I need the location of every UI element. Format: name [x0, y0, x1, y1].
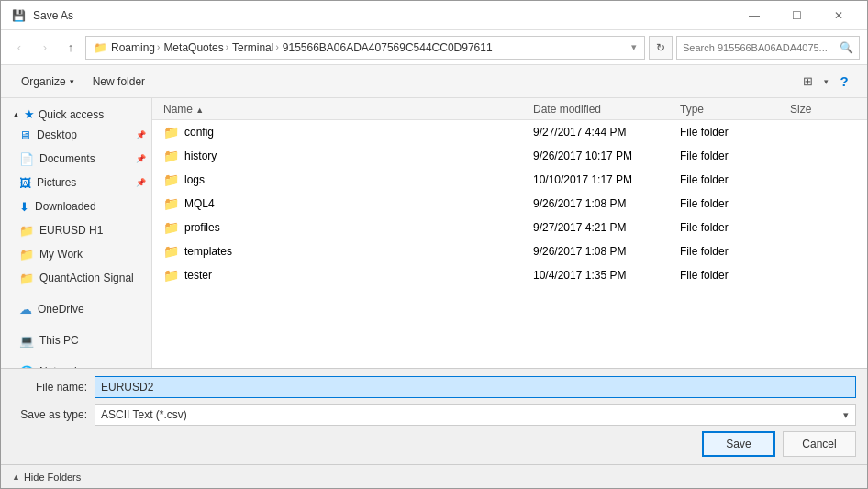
back-button[interactable]: ‹: [8, 37, 30, 59]
title-bar-left: 💾 Save As: [12, 9, 73, 22]
sort-arrow: ▲: [195, 106, 204, 115]
path-dropdown-icon[interactable]: ▾: [631, 41, 637, 53]
toolbar: Organize ▾ New folder ⊞ ▾ ?: [1, 65, 867, 98]
save-as-dialog: 💾 Save As — ☐ ✕ ‹ › ↑ 📁 Roaming › MetaQu…: [0, 0, 868, 489]
filename-input[interactable]: [95, 376, 856, 398]
help-button[interactable]: ?: [832, 70, 856, 94]
sidebar-item-label: Network: [39, 365, 80, 368]
sidebar-item-documents[interactable]: 📄 Documents 📌: [1, 147, 151, 171]
organize-button[interactable]: Organize ▾: [12, 69, 83, 94]
folder-icon: 📁: [163, 268, 179, 283]
onedrive-icon: ☁: [19, 302, 32, 317]
file-date: 9/26/2017 1:08 PM: [533, 197, 680, 210]
title-bar-controls: — ☐ ✕: [733, 1, 860, 30]
sidebar-item-label: EURUSD H1: [39, 224, 103, 237]
search-icon: 🔍: [840, 41, 853, 54]
address-path[interactable]: 📁 Roaming › MetaQuotes › Terminal › 9155…: [85, 36, 645, 60]
close-button[interactable]: ✕: [818, 1, 860, 30]
col-type-header[interactable]: Type: [680, 103, 790, 116]
hide-folders-toggle[interactable]: ▲ Hide Folders: [12, 472, 81, 483]
sidebar-item-desktop[interactable]: 🖥 Desktop 📌: [1, 123, 151, 147]
savetype-label: Save as type:: [12, 408, 95, 421]
sidebar-item-quantaction[interactable]: 📁 QuantAction Signal: [1, 266, 151, 290]
sidebar-item-thispc[interactable]: 💻 This PC: [1, 328, 151, 352]
savetype-row: Save as type: ASCII Text (*.csv): [12, 404, 856, 426]
star-icon: ★: [24, 107, 35, 121]
quick-access-label: Quick access: [39, 108, 104, 121]
sidebar-item-label: Downloaded: [35, 200, 96, 213]
file-list-header: Name ▲ Date modified Type Size: [152, 98, 867, 120]
sidebar-item-eurusd[interactable]: 📁 EURUSD H1: [1, 218, 151, 242]
file-type: File folder: [680, 126, 790, 139]
sidebar-item-label: Desktop: [37, 128, 77, 141]
save-button[interactable]: Save: [702, 431, 775, 457]
download-icon: ⬇: [19, 200, 29, 214]
table-row[interactable]: 📁 tester 10/4/2017 1:35 PM File folder: [152, 263, 867, 287]
forward-button[interactable]: ›: [34, 37, 56, 59]
window-title: Save As: [33, 9, 73, 22]
folder-icon: 📁: [163, 172, 179, 187]
file-type: File folder: [680, 245, 790, 258]
table-row[interactable]: 📁 MQL4 9/26/2017 1:08 PM File folder: [152, 192, 867, 216]
sidebar-item-label: This PC: [39, 334, 79, 347]
folder-icon: 📁: [163, 196, 179, 211]
refresh-button[interactable]: ↻: [649, 36, 673, 60]
minimize-button[interactable]: —: [733, 1, 775, 30]
sidebar-item-downloaded[interactable]: ⬇ Downloaded: [1, 194, 151, 218]
up-button[interactable]: ↑: [60, 37, 82, 59]
file-type: File folder: [680, 221, 790, 234]
pictures-icon: 🖼: [19, 176, 31, 190]
cancel-button[interactable]: Cancel: [783, 431, 856, 457]
filename-label: File name:: [12, 381, 95, 394]
sidebar-item-mywork[interactable]: 📁 My Work: [1, 242, 151, 266]
file-name: config: [184, 126, 214, 139]
organize-label: Organize: [21, 75, 66, 88]
file-date: 9/26/2017 10:17 PM: [533, 150, 680, 162]
view-dropdown-icon: ▾: [824, 77, 829, 86]
new-folder-label: New folder: [93, 75, 145, 88]
file-type: File folder: [680, 173, 790, 186]
folder-icon: 📁: [163, 220, 179, 235]
table-row[interactable]: 📁 profiles 9/27/2017 4:21 PM File folder: [152, 216, 867, 239]
triangle-icon: ▲: [12, 472, 20, 482]
quick-access-section[interactable]: ▲ ★ Quick access: [1, 102, 151, 123]
path-metaquotes: MetaQuotes ›: [163, 41, 228, 54]
file-name: logs: [184, 173, 205, 186]
col-date-header[interactable]: Date modified: [533, 103, 680, 116]
folder-icon: 📁: [163, 244, 179, 259]
folder-icon: 📁: [19, 272, 34, 285]
path-roaming: Roaming ›: [111, 41, 160, 54]
search-box: 🔍: [676, 36, 860, 60]
col-size-header[interactable]: Size: [790, 103, 863, 116]
savetype-select[interactable]: ASCII Text (*.csv): [95, 404, 856, 426]
sidebar-item-onedrive[interactable]: ☁ OneDrive: [1, 297, 151, 321]
table-row[interactable]: 📁 logs 10/10/2017 1:17 PM File folder: [152, 168, 867, 192]
status-bar: ▲ Hide Folders: [1, 464, 867, 488]
table-row[interactable]: 📁 history 9/26/2017 10:17 PM File folder: [152, 144, 867, 168]
file-type: File folder: [680, 150, 790, 162]
pin-icon: 📌: [136, 130, 146, 139]
pin-icon: 📌: [136, 154, 146, 163]
file-name: tester: [184, 269, 212, 282]
sidebar-item-network[interactable]: 🌐 Network: [1, 360, 151, 368]
file-name: history: [184, 150, 217, 162]
file-name: templates: [184, 245, 232, 258]
filename-row: File name:: [12, 376, 856, 398]
main-content: ▲ ★ Quick access 🖥 Desktop 📌 📄 Documents…: [1, 98, 867, 368]
sidebar-item-pictures[interactable]: 🖼 Pictures 📌: [1, 171, 151, 194]
window-icon: 💾: [12, 9, 26, 22]
file-type: File folder: [680, 269, 790, 282]
computer-icon: 💻: [19, 334, 34, 348]
toolbar-right: ⊞ ▾ ?: [795, 70, 856, 94]
hide-folders-label: Hide Folders: [24, 472, 81, 483]
sidebar-item-label: QuantAction Signal: [39, 272, 134, 284]
view-button[interactable]: ⊞: [795, 70, 820, 94]
new-folder-button[interactable]: New folder: [83, 69, 154, 94]
search-input[interactable]: [683, 42, 836, 53]
table-row[interactable]: 📁 config 9/27/2017 4:44 PM File folder: [152, 120, 867, 144]
table-row[interactable]: 📁 templates 9/26/2017 1:08 PM File folde…: [152, 239, 867, 263]
file-date: 9/27/2017 4:21 PM: [533, 221, 680, 234]
maximize-button[interactable]: ☐: [775, 1, 818, 30]
col-name-header[interactable]: Name ▲: [156, 103, 533, 116]
file-date: 10/10/2017 1:17 PM: [533, 173, 680, 186]
